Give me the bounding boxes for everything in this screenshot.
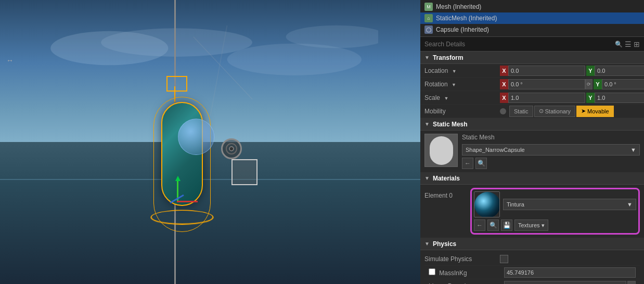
location-x-input[interactable] <box>508 66 585 76</box>
material-dropdown[interactable]: Tintura ▼ <box>503 199 636 210</box>
materials-collapse-icon: ▼ <box>424 175 430 181</box>
mesh-search-button[interactable]: 🔍 <box>475 158 487 169</box>
mobility-static-button[interactable]: Static <box>509 106 533 117</box>
scale-x-field: X <box>500 93 585 103</box>
simulate-physics-checkbox[interactable] <box>500 255 508 263</box>
rotation-y-field: Y ⟳ <box>594 79 644 89</box>
static-mesh-section-title: Static Mesh <box>433 121 468 128</box>
physics-section-header[interactable]: ▼ Physics <box>420 238 644 250</box>
rotation-values: X ⟳ Y ⟳ Z ⟳ <box>500 79 644 89</box>
location-y-field: Y <box>586 66 644 76</box>
rotation-gizmo[interactable] <box>221 138 242 159</box>
material-card: Tintura ▼ ← 🔍 💾 Textures ▾ <box>470 188 640 235</box>
material-search-button[interactable]: 🔍 <box>487 220 499 231</box>
location-x-field: X <box>500 66 585 76</box>
mesh-thumbnail[interactable] <box>424 134 458 167</box>
capsule-icon: ◯ <box>424 25 433 34</box>
svg-point-2 <box>227 44 362 75</box>
component-label-capsule: Capsule (Inherited) <box>436 26 489 33</box>
mobility-movable-label: Movable <box>587 108 609 114</box>
svg-point-7 <box>229 147 234 151</box>
static-mesh-content: Static Mesh Shape_NarrowCapsule ▼ ← 🔍 <box>420 131 644 172</box>
massinkg-row: MassInKg <box>424 266 640 279</box>
physics-content: Simulate Physics MassInKg Linear Damping <box>420 250 644 284</box>
search-button[interactable]: 🔍 <box>615 41 623 48</box>
mobility-movable-button[interactable]: ➤ Movable <box>576 106 614 117</box>
location-dropdown-icon[interactable]: ▼ <box>452 69 457 74</box>
materials-section-header[interactable]: ▼ Materials <box>420 172 644 185</box>
mesh-action-buttons: ← 🔍 <box>462 158 640 169</box>
massinkg-value-area <box>504 267 636 278</box>
transform-section-header[interactable]: ▼ Transform <box>420 51 644 64</box>
material-dropdown-chevron: ▼ <box>627 201 633 208</box>
scale-row: Scale ▼ X Y Z <box>420 91 644 105</box>
search-bar: 🔍 ☰ ⊞ <box>420 37 644 51</box>
transform-collapse-icon: ▼ <box>424 55 430 60</box>
rotation-label: Rotation ▼ <box>424 81 500 88</box>
linear-damping-value-area: ⟳ <box>504 281 636 285</box>
element-0-label: Element 0 <box>424 188 466 199</box>
location-y-label: Y <box>586 66 595 76</box>
rotation-row: Rotation ▼ X ⟳ Y ⟳ Z <box>420 78 644 91</box>
scale-values: X Y Z 🔒 <box>500 93 644 103</box>
details-panel: M Mesh (Inherited) ⌂ StaticMesh (Inherit… <box>420 0 644 284</box>
details-content[interactable]: ▼ Transform Location ▼ X Y <box>420 51 644 284</box>
physics-collapse-icon: ▼ <box>424 241 430 247</box>
linear-damping-row: Linear Damping ⟳ <box>424 279 640 284</box>
linear-damping-spin[interactable]: ⟳ <box>627 281 636 285</box>
location-x-label: X <box>500 66 508 76</box>
rotation-y-label: Y <box>594 79 602 89</box>
mesh-label: Static Mesh <box>462 134 640 141</box>
rotation-ring-inner <box>225 143 238 155</box>
materials-section-title: Materials <box>433 175 460 182</box>
mobility-row: Mobility Static ⊙ Stationary ➤ Movable <box>420 105 644 118</box>
scale-y-input[interactable] <box>595 93 644 103</box>
search-options-button[interactable]: ☰ <box>625 40 632 48</box>
scale-x-label: X <box>500 93 508 103</box>
location-y-input[interactable] <box>595 66 644 76</box>
material-thumbnail[interactable] <box>474 191 500 217</box>
textures-label: Textures ▾ <box>518 222 545 229</box>
component-item-mesh[interactable]: M Mesh (Inherited) <box>420 1 644 12</box>
mobility-stationary-button[interactable]: ⊙ Stationary <box>534 106 576 117</box>
component-item-capsule[interactable]: ◯ Capsule (Inherited) <box>420 24 644 35</box>
mesh-controls: Static Mesh Shape_NarrowCapsule ▼ ← 🔍 <box>462 134 640 169</box>
transform-icon: ↔ <box>6 56 17 67</box>
capsule-dome <box>178 119 214 155</box>
rotation-dropdown-icon[interactable]: ▼ <box>452 82 456 87</box>
scale-xyz-group: X Y Z <box>500 93 644 103</box>
scale-x-input[interactable] <box>508 93 585 103</box>
scale-label: Scale ▼ <box>424 94 500 101</box>
material-back-button[interactable]: ← <box>474 220 485 231</box>
search-input[interactable] <box>424 41 613 48</box>
mobility-movable-icon: ➤ <box>581 108 586 114</box>
rotation-x-spin[interactable]: ⟳ <box>585 79 593 89</box>
gizmo-x-axis <box>177 201 198 202</box>
location-row: Location ▼ X Y Z <box>420 64 644 78</box>
linear-damping-input[interactable] <box>504 281 626 285</box>
mobility-static-label: Static <box>514 108 529 114</box>
static-mesh-section-header[interactable]: ▼ Static Mesh <box>420 118 644 131</box>
physics-section-title: Physics <box>433 240 456 248</box>
material-save-button[interactable]: 💾 <box>501 220 512 231</box>
scene-object-container[interactable] <box>148 86 216 232</box>
simulate-physics-row: Simulate Physics <box>424 252 640 266</box>
location-label: Location ▼ <box>424 67 500 74</box>
massinkg-input[interactable] <box>504 267 636 278</box>
wire-top-box <box>166 76 187 92</box>
search-settings-button[interactable]: ⊞ <box>634 40 640 48</box>
simulate-physics-label: Simulate Physics <box>424 255 500 263</box>
mesh-back-button[interactable]: ← <box>462 158 473 169</box>
viewport-3d[interactable]: ↔ <box>0 0 420 284</box>
materials-content: Element 0 Tintura ▼ ← 🔍 💾 <box>420 185 644 238</box>
massinkg-checkbox[interactable] <box>429 268 435 275</box>
scale-dropdown-icon[interactable]: ▼ <box>444 96 448 101</box>
mobility-stationary-icon: ⊙ <box>539 108 544 114</box>
gizmo-box <box>231 159 257 185</box>
component-item-static-mesh[interactable]: ⌂ StaticMesh (Inherited) <box>420 12 644 24</box>
mesh-dropdown[interactable]: Shape_NarrowCapsule ▼ <box>462 144 640 156</box>
textures-dropdown[interactable]: Textures ▾ <box>514 220 548 231</box>
rotation-x-input[interactable] <box>508 79 585 89</box>
rotation-xyz-group: X ⟳ Y ⟳ Z ⟳ <box>500 79 644 89</box>
rotation-y-input[interactable] <box>602 79 644 89</box>
